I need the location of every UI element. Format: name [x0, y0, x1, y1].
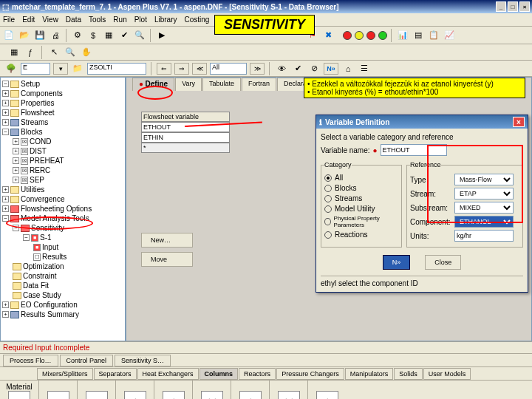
menu-library[interactable]: Library	[154, 16, 177, 24]
btab-control[interactable]: Control Panel	[60, 355, 114, 366]
menu-view[interactable]: View	[42, 16, 58, 24]
home-icon[interactable]: ⌂	[341, 62, 355, 75]
tree-opt[interactable]: Optimization	[23, 262, 64, 270]
close-button[interactable]: ×	[519, 1, 530, 12]
nav-next-button[interactable]: N»	[324, 63, 338, 75]
tree-constraint[interactable]: Constraint	[23, 272, 57, 280]
tree-preheat[interactable]: PREHEAT	[30, 157, 64, 165]
menu-file[interactable]: File	[3, 16, 15, 24]
menu-plot[interactable]: Plot	[134, 16, 147, 24]
tree-convergence[interactable]: Convergence	[21, 195, 64, 203]
hand-icon[interactable]: ✋	[80, 46, 93, 59]
table-row[interactable]: ETHIN	[141, 132, 230, 143]
tree-results[interactable]: Results Summary	[21, 310, 79, 318]
petrofrac-icon[interactable]: ⬍⬍	[278, 391, 300, 399]
scfrac-icon[interactable]: ⬍	[239, 391, 262, 399]
variable-table[interactable]: Flowsheet variable ETHOUT ETHIN *	[141, 112, 230, 153]
grid-icon[interactable]: ▤	[412, 29, 425, 42]
dialog-close-button[interactable]: ×	[513, 117, 525, 127]
tree-flowopt[interactable]: Flowsheeting Options	[21, 205, 92, 213]
extract-icon[interactable]: ⬍	[163, 391, 185, 399]
ptab-columns[interactable]: Columns	[200, 368, 239, 380]
batchsep-icon[interactable]: ⬍	[316, 391, 338, 399]
ptab-usermodels[interactable]: User Models	[423, 368, 471, 380]
nav-combo-owner[interactable]: ZSOLTI	[87, 63, 146, 75]
maximize-button[interactable]: □	[508, 1, 518, 12]
db-icon[interactable]: ▦	[7, 46, 21, 59]
multifrac-icon[interactable]: ⬍⬍	[201, 391, 223, 399]
tree-rerc[interactable]: RERC	[30, 166, 50, 174]
tree-icon[interactable]: 🌳	[4, 62, 18, 75]
nav-fwd[interactable]: ⇒	[174, 63, 189, 75]
streams-icon[interactable]: ↘	[8, 391, 30, 399]
cursor-icon[interactable]: ↖	[47, 46, 61, 59]
tree-flowsheet[interactable]: Flowsheet	[21, 109, 55, 117]
dialog-next-button[interactable]: N»	[383, 255, 411, 270]
tree-datafit[interactable]: Data Fit	[23, 282, 49, 290]
chart-icon[interactable]: 📊	[396, 29, 409, 42]
radio-all[interactable]	[324, 174, 332, 182]
report-icon[interactable]: 📋	[427, 29, 440, 42]
nav-first[interactable]: ≪	[192, 63, 207, 75]
nav-combo-1[interactable]: E	[21, 63, 50, 75]
nav-filter[interactable]: All	[210, 63, 247, 75]
ptab-manip[interactable]: Manipulators	[345, 368, 394, 380]
radfrac-icon[interactable]: ⬍	[124, 391, 146, 399]
menu-tools[interactable]: Tools	[89, 16, 106, 24]
tree-components[interactable]: Components	[21, 89, 63, 98]
radio-physprop[interactable]	[324, 218, 331, 225]
save-icon[interactable]: 💾	[33, 29, 47, 42]
print-icon[interactable]: 🖨	[49, 29, 62, 42]
ptab-solids[interactable]: Solids	[394, 368, 423, 380]
minimize-button[interactable]: _	[496, 1, 506, 12]
menu-data[interactable]: Data	[66, 16, 81, 24]
units-input[interactable]	[454, 230, 514, 242]
play-icon[interactable]: ▶	[155, 29, 168, 42]
nav-last[interactable]: ≫	[250, 63, 265, 75]
new-icon[interactable]: 📄	[2, 29, 16, 42]
menu-run[interactable]: Run	[113, 16, 126, 24]
tree-sep[interactable]: SEP	[30, 176, 44, 184]
tree-casestudy[interactable]: Case Study	[23, 291, 61, 299]
ptab-reactors[interactable]: Reactors	[239, 368, 276, 380]
tree-blocks[interactable]: Blocks	[21, 128, 42, 136]
tree-streams[interactable]: Streams	[21, 118, 48, 126]
nav-dropdown[interactable]: ▾	[53, 63, 68, 75]
open-icon[interactable]: 📂	[18, 29, 31, 42]
dstwu-icon[interactable]: ▭	[47, 391, 69, 399]
btab-sensitivity[interactable]: Sensitivity S…	[115, 355, 171, 366]
dialog-titlebar[interactable]: ℹ Variable Definition ×	[316, 115, 528, 129]
stop-icon[interactable]: ⊘	[307, 62, 321, 75]
eye-icon[interactable]: 👁	[275, 62, 288, 75]
menu-costing[interactable]: Costing	[185, 16, 210, 24]
tab-fortran[interactable]: Fortran	[242, 78, 276, 91]
tree-panel[interactable]: −Setup +Components +Properties +Flowshee…	[0, 77, 126, 341]
tree-s1-input[interactable]: Input	[42, 243, 58, 251]
func-icon[interactable]: ƒ	[24, 46, 37, 59]
new-button[interactable]: New…	[141, 233, 193, 248]
table-icon[interactable]: ▦	[102, 29, 115, 42]
options-icon[interactable]: ⚙	[71, 29, 84, 42]
tree-s1-results[interactable]: Results	[42, 253, 66, 261]
radio-streams[interactable]	[324, 195, 332, 202]
tree-cond[interactable]: COND	[30, 137, 51, 146]
move-button[interactable]: Move	[141, 252, 193, 267]
ptab-pressure[interactable]: Pressure Changers	[276, 368, 344, 380]
cost-icon[interactable]: $	[86, 29, 100, 42]
table-row-empty[interactable]: *	[141, 143, 230, 153]
radio-reactions[interactable]	[324, 231, 332, 239]
tree-eoconfig[interactable]: EO Configuration	[21, 301, 78, 309]
nav-back[interactable]: ⇐	[157, 63, 171, 75]
graph-icon[interactable]: 📈	[443, 29, 456, 42]
tree-utilities[interactable]: Utilities	[21, 185, 44, 194]
radio-blocks[interactable]	[324, 185, 332, 192]
val-icon[interactable]: ✔	[291, 62, 304, 75]
ptab-heatex[interactable]: Heat Exchangers	[137, 368, 199, 380]
tree-properties[interactable]: Properties	[21, 99, 55, 107]
radio-modelutil[interactable]	[324, 205, 332, 213]
folder-icon[interactable]: 📁	[71, 62, 84, 75]
menu-edit[interactable]: Edit	[22, 16, 35, 24]
list-icon[interactable]: ☰	[358, 62, 371, 75]
btab-process[interactable]: Process Flo…	[3, 355, 58, 366]
tree-dist[interactable]: DIST	[30, 147, 47, 155]
